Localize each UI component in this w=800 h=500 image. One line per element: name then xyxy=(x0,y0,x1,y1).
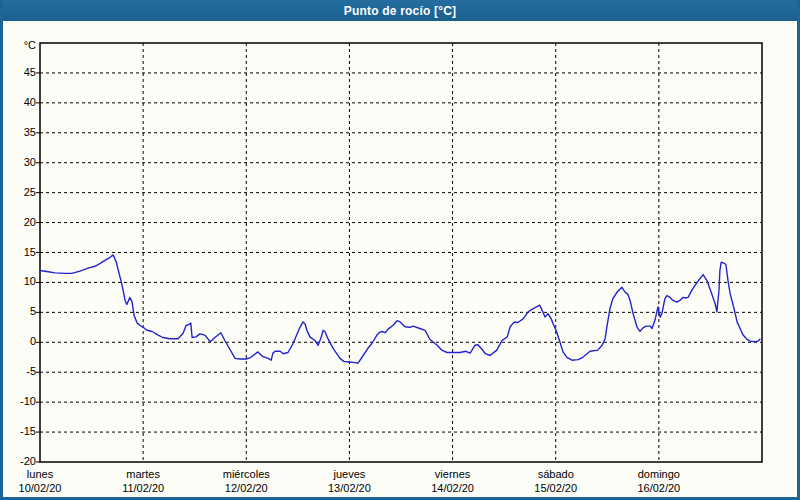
chart-area: °C 454035302520151050-5-10-15-20 lunes10… xyxy=(3,21,797,497)
day-date: 14/02/20 xyxy=(408,481,498,495)
day-name: viernes xyxy=(408,467,498,481)
y-tick-label: 35 xyxy=(3,126,36,139)
x-day-label: lunes10/02/20 xyxy=(0,467,85,495)
dew-point-line xyxy=(40,255,760,363)
x-day-label: viernes14/02/20 xyxy=(408,467,498,495)
y-tick-label: -5 xyxy=(3,365,36,378)
x-day-label: miércoles12/02/20 xyxy=(201,467,291,495)
title-bar: Punto de rocío [°C] xyxy=(3,0,797,21)
x-day-label: sábado15/02/20 xyxy=(511,467,601,495)
y-tick-label: 45 xyxy=(3,66,36,79)
day-name: sábado xyxy=(511,467,601,481)
day-name: lunes xyxy=(0,467,85,481)
day-name: jueves xyxy=(304,467,394,481)
day-date: 16/02/20 xyxy=(614,481,704,495)
x-day-label: domingo16/02/20 xyxy=(614,467,704,495)
day-name: martes xyxy=(98,467,188,481)
y-tick-label: 0 xyxy=(3,335,36,348)
y-tick-label: 30 xyxy=(3,156,36,169)
x-day-label: martes11/02/20 xyxy=(98,467,188,495)
y-tick-label: 40 xyxy=(3,96,36,109)
y-axis-unit: °C xyxy=(3,39,36,51)
day-date: 11/02/20 xyxy=(98,481,188,495)
y-tick-label: -15 xyxy=(3,425,36,438)
day-name: miércoles xyxy=(201,467,291,481)
y-tick-label: 15 xyxy=(3,246,36,259)
day-name: domingo xyxy=(614,467,704,481)
day-date: 13/02/20 xyxy=(304,481,394,495)
y-tick-label: 25 xyxy=(3,186,36,199)
y-tick-label: 20 xyxy=(3,216,36,229)
chart-title: Punto de rocío [°C] xyxy=(344,4,457,18)
y-tick-label: -10 xyxy=(3,395,36,408)
chart-window: Punto de rocío [°C] °C 45403530252015105… xyxy=(0,0,800,500)
y-tick-label: 10 xyxy=(3,275,36,288)
day-date: 10/02/20 xyxy=(0,481,85,495)
day-date: 12/02/20 xyxy=(201,481,291,495)
day-date: 15/02/20 xyxy=(511,481,601,495)
plot-canvas xyxy=(3,21,797,497)
y-tick-label: 5 xyxy=(3,305,36,318)
x-day-label: jueves13/02/20 xyxy=(304,467,394,495)
